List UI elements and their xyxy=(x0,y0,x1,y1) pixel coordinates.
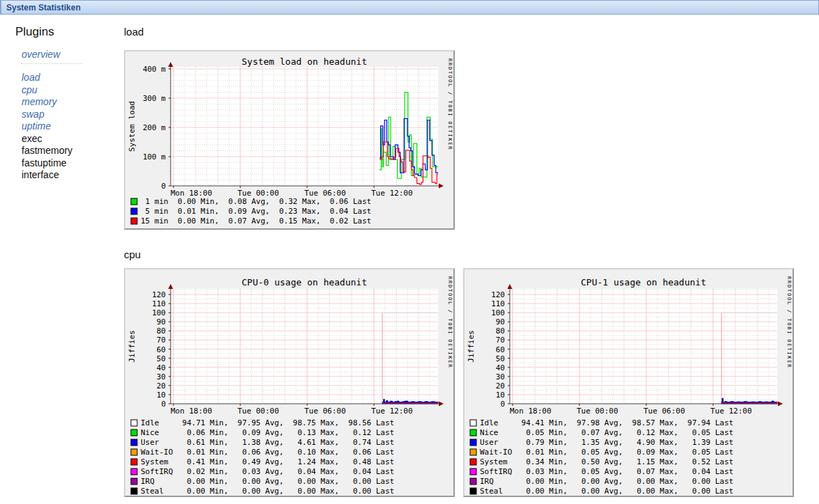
sidebar-item-fastuptime: fastuptime xyxy=(22,157,120,170)
y-tick-label: 50 xyxy=(496,354,505,363)
legend-swatch-nice xyxy=(131,430,137,436)
legend-text-system: System 0.34 Min, 0.50 Avg, 1.15 Max, 0.5… xyxy=(480,457,733,466)
y-tick-label: 110 xyxy=(152,299,166,308)
legend-swatch-system xyxy=(470,459,476,465)
y-tick-label: 80 xyxy=(496,326,505,336)
y-tick-label: 20 xyxy=(496,381,505,391)
x-axis-arrow-icon xyxy=(778,402,783,407)
sidebar-item-memory[interactable]: memory xyxy=(22,96,120,109)
graph-cpu-0[interactable]: Mon 18:00Tue 00:00Tue 06:00Tue 12:000102… xyxy=(124,268,455,497)
graph-image: Mon 18:00Tue 00:00Tue 06:00Tue 12:000102… xyxy=(125,269,453,496)
legend-text-nice: Nice 0.06 Min, 0.09 Avg, 0.13 Max, 0.12 … xyxy=(141,428,394,437)
x-tick-label: Tue 00:00 xyxy=(237,407,279,416)
legend-text-nice: Nice 0.05 Min, 0.07 Avg, 0.12 Max, 0.05 … xyxy=(480,428,733,437)
plot-area xyxy=(171,289,438,404)
x-tick-label: Tue 12:00 xyxy=(371,407,413,416)
y-axis-arrow-icon xyxy=(169,284,173,289)
x-tick-label: Mon 18:00 xyxy=(171,407,212,416)
watermark: RRDTOOL / TOBI OETIKER xyxy=(786,276,792,368)
legend-swatch-5-min xyxy=(131,208,137,214)
sidebar-separator xyxy=(21,63,82,64)
y-axis-arrow-icon xyxy=(169,62,173,67)
y-axis-arrow-icon xyxy=(508,284,513,289)
page-title: System Statistiken xyxy=(1,1,81,15)
sidebar-item-overview[interactable]: overview xyxy=(22,49,120,61)
legend-text-idle: Idle 94.71 Min, 97.95 Avg, 98.75 Max, 98… xyxy=(141,418,394,427)
legend-text-15-min: 15 min 0.00 Min, 0.07 Avg, 0.15 Max, 0.0… xyxy=(141,216,371,226)
legend-swatch-system xyxy=(131,459,137,465)
legend-text-system: System 0.41 Min, 0.49 Avg, 1.24 Max, 0.4… xyxy=(141,457,394,466)
legend-swatch-irq xyxy=(131,478,137,485)
graph-title: CPU-1 usage on headunit xyxy=(581,277,706,288)
graph-title: System load on headunit xyxy=(242,56,367,67)
y-tick-label: 120 xyxy=(491,290,505,299)
y-axis-title: System load xyxy=(127,101,136,152)
legend-text-user: User 0.61 Min, 1.38 Avg, 4.61 Max, 0.74 … xyxy=(141,438,394,447)
legend-swatch-steal xyxy=(470,488,476,494)
y-tick-label: 30 xyxy=(496,372,505,381)
section-heading-cpu: cpu xyxy=(124,249,141,261)
x-tick-label: Tue 12:00 xyxy=(371,189,413,198)
legend-text-user: User 0.79 Min, 1.35 Avg, 4.90 Max, 1.39 … xyxy=(480,438,733,447)
y-tick-label: 80 xyxy=(157,326,166,336)
y-tick-label: 400 m xyxy=(143,65,166,74)
y-tick-label: 100 m xyxy=(143,152,166,162)
sidebar: Plugins overviewloadcpumemoryswapuptimee… xyxy=(15,25,120,182)
y-tick-label: 300 m xyxy=(143,94,166,103)
x-tick-label: Mon 18:00 xyxy=(510,407,552,416)
legend-swatch-idle xyxy=(470,420,476,426)
legend-swatch-softirq xyxy=(131,468,137,475)
graph-image: Mon 18:00Tue 00:00Tue 06:00Tue 12:000100… xyxy=(125,52,453,228)
sidebar-item-exec: exec xyxy=(22,133,120,145)
header-bar: System Statistiken xyxy=(0,0,819,15)
legend-text-softirq: SoftIRQ 0.03 Min, 0.05 Avg, 0.07 Max, 0.… xyxy=(480,467,733,476)
y-tick-label: 40 xyxy=(496,363,505,372)
y-tick-label: 0 xyxy=(161,400,166,409)
plot-area xyxy=(510,289,777,404)
legend-text-idle: Idle 94.41 Min, 97.98 Avg, 98.57 Max, 97… xyxy=(480,418,733,427)
y-tick-label: 100 xyxy=(152,308,166,317)
graph-image: Mon 18:00Tue 00:00Tue 06:00Tue 12:000102… xyxy=(465,269,793,496)
x-tick-label: Tue 06:00 xyxy=(304,407,346,416)
y-tick-label: 70 xyxy=(496,336,505,345)
legend-swatch-steal xyxy=(131,488,137,494)
graph-system-load[interactable]: Mon 18:00Tue 00:00Tue 06:00Tue 12:000100… xyxy=(124,50,455,230)
sidebar-item-interface: interface xyxy=(22,169,120,182)
sidebar-item-fastmemory: fastmemory xyxy=(22,145,120,157)
graph-cpu-1[interactable]: Mon 18:00Tue 00:00Tue 06:00Tue 12:000102… xyxy=(463,268,794,497)
y-tick-label: 70 xyxy=(157,336,166,345)
y-tick-label: 40 xyxy=(157,363,166,372)
legend-swatch-1-min xyxy=(131,198,137,205)
legend-swatch-wait-io xyxy=(131,449,137,455)
sidebar-item-cpu[interactable]: cpu xyxy=(22,84,120,97)
y-tick-label: 60 xyxy=(496,345,505,354)
sidebar-item-load[interactable]: load xyxy=(22,72,120,84)
x-tick-label: Tue 12:00 xyxy=(710,407,752,416)
legend-text-softirq: SoftIRQ 0.02 Min, 0.03 Avg, 0.04 Max, 0.… xyxy=(141,467,394,476)
graph-title: CPU-0 usage on headunit xyxy=(242,277,367,288)
legend-text-wait-io: Wait-IO 0.01 Min, 0.05 Avg, 0.09 Max, 0.… xyxy=(480,448,733,457)
section-heading-load: load xyxy=(124,26,143,38)
y-tick-label: 90 xyxy=(157,317,166,326)
legend-text-5-min: 5 min 0.01 Min, 0.09 Avg, 0.23 Max, 0.04… xyxy=(141,207,371,216)
legend-swatch-softirq xyxy=(470,468,476,475)
legend-text-wait-io: Wait-IO 0.01 Min, 0.06 Avg, 0.10 Max, 0.… xyxy=(141,448,394,457)
watermark: RRDTOOL / TOBI OETIKER xyxy=(447,58,453,150)
legend-text-steal: Steal 0.00 Min, 0.00 Avg, 0.00 Max, 0.00… xyxy=(480,487,733,496)
legend-swatch-nice xyxy=(470,430,476,436)
x-axis-arrow-icon xyxy=(439,402,444,407)
legend-swatch-idle xyxy=(131,420,137,426)
plugins-heading: Plugins xyxy=(15,25,120,39)
legend-swatch-wait-io xyxy=(470,449,476,455)
y-tick-label: 30 xyxy=(157,372,166,381)
y-tick-label: 0 xyxy=(161,182,166,191)
y-tick-label: 110 xyxy=(491,299,505,308)
sidebar-item-swap[interactable]: swap xyxy=(22,109,120,121)
x-tick-label: Tue 00:00 xyxy=(577,407,618,416)
legend-swatch-15-min xyxy=(131,218,137,224)
sidebar-item-uptime[interactable]: uptime xyxy=(22,120,120,133)
x-axis-arrow-icon xyxy=(439,184,444,189)
legend-text-1-min: 1 min 0.00 Min, 0.08 Avg, 0.32 Max, 0.06… xyxy=(141,197,371,206)
y-tick-label: 200 m xyxy=(143,123,166,132)
y-tick-label: 10 xyxy=(157,391,166,400)
